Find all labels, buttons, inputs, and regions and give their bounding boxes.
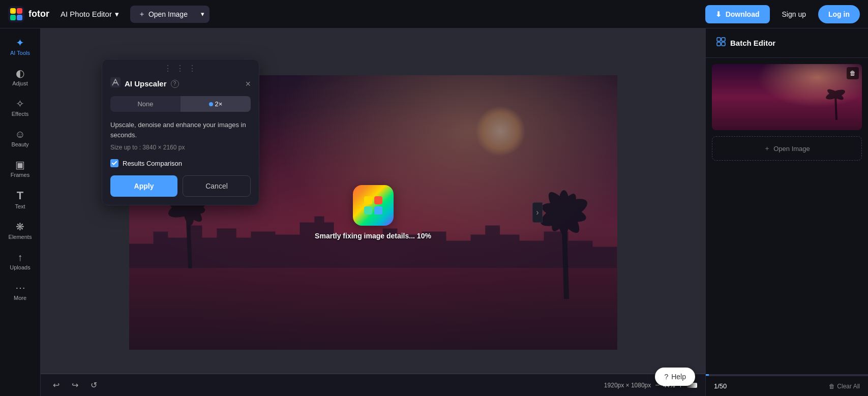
open-image-button-group: ＋ Open Image ▾	[130, 6, 209, 23]
log-in-button[interactable]: Log in	[818, 5, 860, 23]
image-dimensions: 1920px × 1080px	[604, 382, 651, 389]
help-circle-icon: ?	[664, 373, 668, 381]
svg-rect-25	[722, 38, 725, 41]
batch-editor-icon	[716, 37, 726, 49]
drag-dots-icon: ⋮ ⋮ ⋮	[164, 64, 198, 73]
image-thumbnail	[712, 64, 862, 130]
batch-editor-title: Batch Editor	[730, 39, 775, 47]
sidebar-item-ai-tools[interactable]: ✦ AI Tools	[3, 33, 38, 61]
plus-icon: ＋	[138, 10, 145, 19]
reset-icon: ↺	[91, 381, 97, 389]
page-counter: 1/50	[714, 382, 727, 390]
beauty-icon: ☺	[15, 129, 25, 139]
toggle-none-label: None	[137, 100, 153, 108]
logo-text: fotor	[28, 9, 49, 19]
thumb-palm-icon	[821, 79, 852, 120]
toolbar-left: ↩ ↪ ↺	[49, 378, 101, 392]
thumbnail-delete-button[interactable]: 🗑	[847, 67, 859, 79]
sidebar-item-adjust[interactable]: ◐ Adjust	[3, 63, 38, 92]
toggle-2x-option[interactable]: 2×	[181, 96, 251, 112]
svg-rect-3	[10, 15, 16, 20]
toggle-2x-inner: 2×	[185, 100, 247, 108]
sidebar-item-beauty[interactable]: ☺ Beauty	[3, 124, 38, 153]
chevron-down-icon: ▾	[201, 10, 204, 18]
sidebar-item-frames-label: Frames	[11, 172, 29, 178]
app-name-label: AI Photo Editor	[61, 10, 112, 18]
app-name-chevron: ▾	[115, 10, 119, 19]
panel-help-icon[interactable]: ?	[171, 80, 179, 88]
toggle-none-option[interactable]: None	[110, 96, 181, 112]
panel-close-button[interactable]: ×	[245, 79, 251, 88]
add-image-button[interactable]: ＋ Open Image	[712, 136, 862, 161]
plus-add-icon: ＋	[764, 144, 770, 153]
results-comparison-checkbox[interactable]	[110, 159, 118, 167]
sidebar-item-more[interactable]: ⋯ More	[3, 278, 38, 306]
results-comparison-label[interactable]: Results Comparison	[123, 160, 182, 167]
svg-rect-4	[17, 15, 22, 20]
sidebar-item-elements[interactable]: ❋ Elements	[3, 217, 38, 245]
svg-rect-7	[114, 82, 117, 83]
svg-rect-2	[17, 8, 22, 14]
sidebar-item-beauty-label: Beauty	[11, 141, 28, 147]
frames-icon: ▣	[15, 160, 25, 170]
panel-drag-handle[interactable]: ⋮ ⋮ ⋮	[102, 59, 259, 75]
sign-up-button[interactable]: Sign up	[776, 6, 812, 22]
redo-button[interactable]: ↪	[68, 378, 82, 392]
panel-title-row: AI Upscaler ?	[110, 77, 179, 90]
reset-button[interactable]: ↺	[86, 378, 101, 392]
batch-editor-tab[interactable]: Batch Editor	[706, 28, 868, 58]
undo-button[interactable]: ↩	[49, 378, 64, 392]
svg-rect-27	[722, 42, 725, 46]
right-sidebar: Batch Editor 🗑	[705, 28, 868, 396]
open-image-main-button[interactable]: ＋ Open Image	[130, 6, 196, 23]
download-button[interactable]: ⬇ Download	[705, 5, 770, 23]
header: fotor AI Photo Editor ▾ ＋ Open Image ▾ ⬇…	[0, 0, 868, 28]
uploads-icon: ↑	[18, 252, 23, 262]
sidebar-item-more-label: More	[14, 295, 26, 301]
logo: fotor	[8, 6, 49, 22]
trash-clear-icon: 🗑	[829, 383, 835, 390]
right-panel-collapse-button[interactable]: ›	[532, 202, 543, 223]
bottom-toolbar: ↩ ↪ ↺ 1920px × 1080px − 44% +	[41, 374, 705, 396]
effects-icon: ✧	[16, 99, 24, 109]
canvas-area: ⋮ ⋮ ⋮ AI Upscaler ?	[41, 28, 705, 396]
panel-description: Upscale, denoise and enhance your images…	[102, 120, 259, 144]
add-image-label: Open Image	[773, 145, 810, 153]
clear-all-button[interactable]: 🗑 Clear All	[829, 383, 860, 390]
left-sidebar: ✦ AI Tools ◐ Adjust ✧ Effects ☺ Beauty ▣…	[0, 28, 41, 396]
svg-rect-20	[364, 196, 372, 204]
app-name-button[interactable]: AI Photo Editor ▾	[55, 7, 124, 22]
sign-up-label: Sign up	[782, 10, 806, 18]
open-image-dropdown-button[interactable]: ▾	[196, 6, 209, 22]
log-in-label: Log in	[828, 10, 850, 18]
help-button[interactable]: ? Help	[655, 368, 695, 386]
sidebar-item-effects[interactable]: ✧ Effects	[3, 94, 38, 122]
ai-upscaler-panel: ⋮ ⋮ ⋮ AI Upscaler ?	[102, 59, 259, 205]
trash-icon: 🗑	[850, 70, 856, 77]
sidebar-item-elements-label: Elements	[9, 234, 32, 240]
sidebar-item-effects-label: Effects	[12, 111, 28, 117]
sidebar-item-ai-tools-label: AI Tools	[10, 50, 30, 56]
panel-header: AI Upscaler ? ×	[102, 75, 259, 96]
chevron-right-icon: ›	[536, 208, 538, 217]
redo-icon: ↪	[72, 381, 78, 389]
sidebar-item-uploads[interactable]: ↑ Uploads	[3, 247, 38, 276]
clear-all-label: Clear All	[837, 383, 860, 390]
batch-squares-icon	[716, 37, 726, 47]
image-list: 🗑 ＋ Open Image	[706, 58, 868, 374]
sidebar-item-text-label: Text	[15, 203, 25, 209]
svg-rect-23	[374, 206, 382, 215]
apply-button[interactable]: Apply	[110, 175, 177, 197]
fotor-logo-icon	[8, 6, 24, 22]
sidebar-item-text[interactable]: T Text	[3, 185, 38, 215]
image-thumbnail-item[interactable]: 🗑	[712, 64, 862, 130]
sidebar-item-adjust-label: Adjust	[12, 80, 28, 86]
close-icon: ×	[245, 79, 251, 89]
sidebar-item-frames[interactable]: ▣ Frames	[3, 155, 38, 183]
fotor-processing-icon	[362, 194, 384, 217]
cancel-button[interactable]: Cancel	[183, 175, 251, 197]
panel-title: AI Upscaler	[125, 79, 167, 88]
download-icon: ⬇	[715, 10, 722, 18]
svg-rect-22	[364, 206, 372, 215]
svg-rect-24	[717, 38, 721, 41]
